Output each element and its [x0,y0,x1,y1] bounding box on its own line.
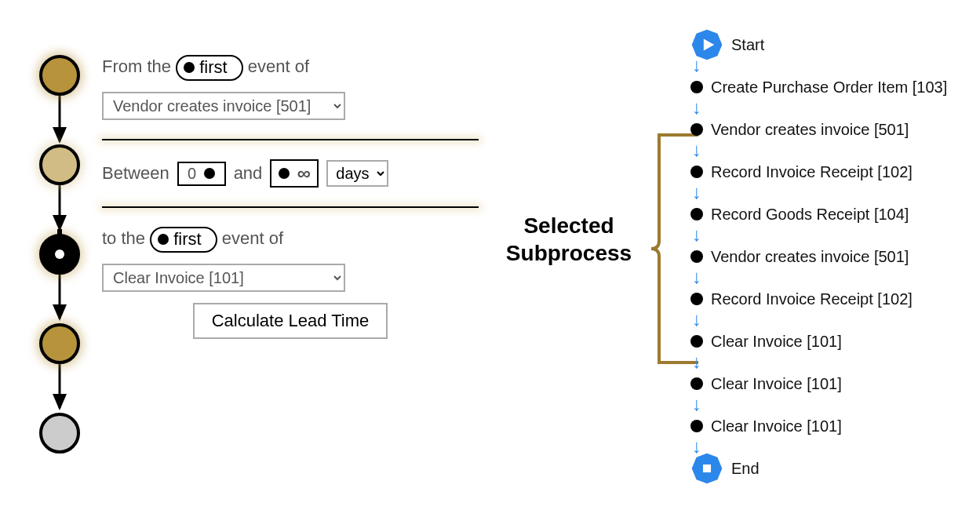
from-first-toggle[interactable]: first [176,55,242,81]
unit-select[interactable]: days [326,160,388,187]
dot-icon [204,168,215,179]
between-max-value: ∞ [297,162,311,184]
calculate-button[interactable]: Calculate Lead Time [193,303,388,339]
from-prefix: From the [102,56,171,76]
flow-step-label: Vendor creates invoice [501] [711,248,909,266]
flow-step: Create Purchase Order Item [103] [690,74,973,100]
dot-icon [279,168,290,179]
process-flow: Start↓Create Purchase Order Item [103]↓V… [690,31,973,482]
between-prefix: Between [102,163,169,184]
flow-arrow-icon: ↓ [690,439,973,455]
flow-step-label: Vendor creates invoice [501] [711,121,909,139]
node-duration [39,234,80,275]
flow-end: End [690,455,973,482]
flow-arrow-icon: ↓ [690,58,973,74]
divider-1 [102,139,479,140]
step-dot-icon [690,250,703,263]
between-min-input[interactable]: 0 [177,162,226,186]
node-chain [39,55,83,447]
flow-arrow-icon: ↓ [690,355,973,370]
to-pill-label: first [173,229,201,250]
step-dot-icon [690,81,703,93]
divider-2 [102,206,479,208]
flow-arrow-icon: ↓ [690,185,973,201]
flow-step: Clear Invoice [101] [690,370,973,397]
to-first-toggle[interactable]: first [150,227,217,253]
flow-arrow-icon: ↓ [690,312,973,328]
step-dot-icon [690,335,703,348]
from-pill-label: first [199,57,227,78]
from-event-select[interactable]: Vendor creates invoice [501] [102,92,345,120]
flow-arrow-icon: ↓ [690,143,973,158]
flow-step: Record Goods Receipt [104] [690,201,973,228]
between-and: and [234,163,263,184]
node-to-end [39,413,80,454]
selected-subprocess-label: Selected Subprocess [486,212,651,267]
flow-start: Start [690,31,973,58]
from-row: From the first event of [102,55,479,81]
node-from-start [39,55,80,96]
between-min-value: 0 [188,165,196,183]
flow-step: Clear Invoice [101] [690,413,973,439]
flow-step: Record Invoice Receipt [102] [690,286,973,312]
flow-step: Vendor creates invoice [501] [690,116,973,143]
flow-step: Record Invoice Receipt [102] [690,158,973,185]
start-icon [690,28,723,61]
flow-step-label: Record Goods Receipt [104] [711,206,909,224]
flow-step: Clear Invoice [101] [690,328,973,355]
node-to-start [39,323,80,364]
flow-step-label: Record Invoice Receipt [102] [711,163,913,181]
flow-start-label: Start [731,36,764,54]
from-suffix: event of [248,56,309,76]
flow-step-label: Create Purchase Order Item [103] [711,78,947,97]
svg-rect-7 [703,465,711,472]
dot-icon [158,234,169,245]
dot-icon [184,62,195,73]
end-icon [690,452,723,485]
flow-arrow-icon: ↓ [690,270,973,286]
step-dot-icon [690,166,703,178]
between-max-input[interactable]: ∞ [270,159,319,188]
flow-step-label: Clear Invoice [101] [711,375,842,393]
flow-arrow-icon: ↓ [690,228,973,243]
step-dot-icon [690,293,703,305]
flow-step-label: Clear Invoice [101] [711,417,842,435]
to-suffix: event of [222,228,283,248]
flow-step: Vendor creates invoice [501] [690,243,973,270]
step-dot-icon [690,123,703,136]
flow-end-label: End [731,460,760,478]
node-from-end [39,144,80,185]
to-row: to the first event of [102,227,479,253]
step-dot-icon [690,208,703,220]
to-prefix: to the [102,228,145,248]
step-dot-icon [690,420,703,432]
flow-step-label: Clear Invoice [101] [711,333,842,351]
between-row: Between 0 and ∞ days [102,159,479,188]
form-area: From the first event of Vendor creates i… [102,55,479,350]
flow-step-label: Record Invoice Receipt [102] [711,290,913,308]
to-event-select[interactable]: Clear Invoice [101] [102,264,345,292]
step-dot-icon [690,377,703,390]
flow-arrow-icon: ↓ [690,100,973,116]
flow-arrow-icon: ↓ [690,397,973,413]
